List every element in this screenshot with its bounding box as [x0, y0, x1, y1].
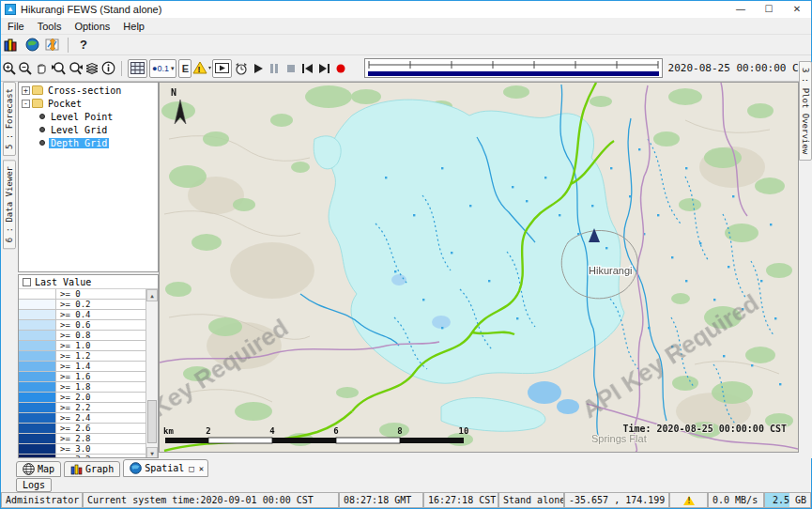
timeseries-import-icon[interactable] — [42, 36, 63, 54]
legend-row[interactable]: >= 0.8 — [19, 331, 158, 341]
status-user: Administrator — [1, 492, 83, 508]
globe-icon — [130, 462, 142, 474]
tree-item-pocket[interactable]: - Pocket — [19, 98, 158, 109]
legend-row[interactable]: >= 1.4 — [19, 362, 158, 372]
legend-row[interactable]: >= 2.2 — [19, 403, 158, 413]
tab-forecast[interactable]: 5 : Forecast — [3, 82, 16, 156]
wire-globe-icon — [23, 463, 35, 475]
tab-close-icon[interactable]: ✕ — [199, 464, 204, 473]
town-label: Hikurangi — [589, 265, 632, 276]
tree-item-depth-grid[interactable]: Depth Grid — [39, 137, 158, 148]
expand-icon[interactable]: + — [22, 86, 30, 95]
legend-scrollbar[interactable]: ▲ ▼ — [146, 289, 158, 458]
tab-restore-icon[interactable]: □ — [189, 464, 193, 473]
menu-file[interactable]: File — [1, 20, 31, 33]
svg-text:4: 4 — [269, 426, 275, 436]
menu-tools[interactable]: Tools — [31, 20, 69, 33]
time-slider[interactable] — [364, 58, 663, 78]
database-display-icon[interactable] — [1, 36, 22, 54]
pause-button[interactable] — [267, 59, 283, 78]
legend-header: Last Value — [19, 275, 158, 289]
collapse-icon[interactable]: - — [22, 100, 30, 108]
tree-item-level-point[interactable]: Level Point — [39, 111, 158, 122]
grid-display-button[interactable] — [128, 59, 147, 78]
tab-data-viewer[interactable]: 6 : Data Viewer — [3, 160, 16, 249]
legend-row[interactable]: >= 3.0 — [19, 444, 158, 455]
info-icon[interactable] — [100, 59, 117, 78]
legend-row[interactable]: >= 1.8 — [19, 382, 158, 393]
legend-label: >= 1.8 — [56, 382, 158, 392]
legend-row[interactable]: >= 0.2 — [19, 300, 158, 310]
bar-chart-icon — [70, 464, 83, 475]
svg-text:10: 10 — [459, 426, 469, 436]
map-canvas[interactable]: API Key Required API Key Required N Hiku… — [159, 82, 799, 453]
warning-threshold-dropdown[interactable]: ! — [192, 59, 211, 78]
last-value-checkbox[interactable] — [23, 278, 31, 286]
first-frame-button[interactable] — [299, 59, 316, 78]
tree-item-label: Level Point — [49, 112, 115, 122]
node-bullet-icon — [39, 127, 45, 132]
contour-interval-dropdown[interactable]: ●0.1 ▾ — [149, 59, 176, 78]
legend-swatch — [19, 382, 56, 392]
legend-row[interactable]: >= 1.6 — [19, 372, 158, 382]
legend-row[interactable]: >= 0.4 — [19, 310, 158, 320]
legend-row[interactable]: >= 2.4 — [19, 413, 158, 424]
svg-text:N: N — [171, 87, 176, 98]
map-time-label: Time: 2020-08-25 00:00:00 CST — [622, 424, 787, 434]
maximize-button[interactable]: ☐ — [755, 1, 783, 18]
svg-text:2: 2 — [206, 426, 210, 436]
svg-text:km: km — [163, 426, 174, 436]
map-display-icon[interactable] — [22, 36, 42, 54]
zoom-previous-icon[interactable] — [51, 59, 68, 78]
legend-swatch — [19, 372, 56, 381]
legend-label: >= 0 — [56, 289, 158, 299]
legend-toggle-button[interactable]: E — [178, 59, 192, 78]
last-value-label: Last Value — [35, 277, 91, 287]
legend-label: >= 0.6 — [56, 320, 158, 330]
menu-options[interactable]: Options — [68, 20, 116, 33]
record-button[interactable] — [332, 59, 349, 78]
play-button[interactable] — [250, 59, 267, 78]
close-button[interactable]: ✕ — [783, 1, 811, 18]
tab-spatial[interactable]: Spatial □ ✕ — [123, 459, 208, 477]
legend-label: >= 1.6 — [56, 372, 158, 381]
scroll-up-arrow[interactable]: ▲ — [146, 289, 158, 301]
tab-plot-overview[interactable]: 3 : Plot Overview — [799, 61, 812, 161]
zoom-next-icon[interactable] — [67, 59, 84, 78]
legend-row[interactable]: >= 1.2 — [19, 351, 158, 362]
animation-settings-icon[interactable] — [233, 59, 250, 78]
legend-swatch — [19, 351, 56, 361]
legend-row[interactable]: >= 2.0 — [19, 393, 158, 403]
zoom-in-icon[interactable] — [1, 59, 18, 78]
tab-map-label: Map — [38, 464, 54, 474]
legend-row[interactable]: >= 2.8 — [19, 434, 158, 444]
legend-swatch — [19, 362, 56, 371]
pan-hand-icon[interactable] — [34, 59, 51, 78]
help-button[interactable]: ? — [73, 36, 94, 54]
legend-row[interactable]: >= 0.6 — [19, 320, 158, 331]
tree-item-label: Cross-section — [46, 85, 123, 96]
menu-help[interactable]: Help — [116, 20, 151, 33]
logs-button[interactable]: Logs — [16, 478, 52, 492]
stop-button[interactable] — [283, 59, 299, 78]
status-warning[interactable] — [669, 492, 708, 508]
tree-item-level-grid[interactable]: Level Grid — [39, 124, 158, 135]
layers-icon[interactable] — [84, 59, 100, 78]
scrollbar-thumb[interactable] — [147, 400, 157, 443]
legend-row[interactable]: >= 0 — [19, 289, 158, 300]
scroll-down-arrow[interactable]: ▼ — [146, 447, 158, 458]
legend-label: >= 2.4 — [56, 413, 158, 423]
last-frame-button[interactable] — [315, 59, 332, 78]
tab-map[interactable]: Map — [16, 461, 61, 477]
zoom-out-icon[interactable] — [18, 59, 35, 78]
toolbar-separator — [68, 38, 69, 53]
legend-label: >= 2.6 — [56, 424, 158, 433]
animation-dialog-button[interactable] — [212, 59, 232, 78]
status-memory[interactable]: 2.5 GB — [764, 492, 811, 508]
tab-graph[interactable]: Graph — [64, 461, 120, 477]
legend-row[interactable]: >= 1.0 — [19, 341, 158, 351]
minimize-button[interactable]: — — [727, 1, 755, 18]
left-tab-strip: 5 : Forecast 6 : Data Viewer — [1, 82, 18, 458]
tree-item-cross-section[interactable]: + Cross-section — [19, 85, 158, 96]
legend-row[interactable]: >= 2.6 — [19, 424, 158, 434]
